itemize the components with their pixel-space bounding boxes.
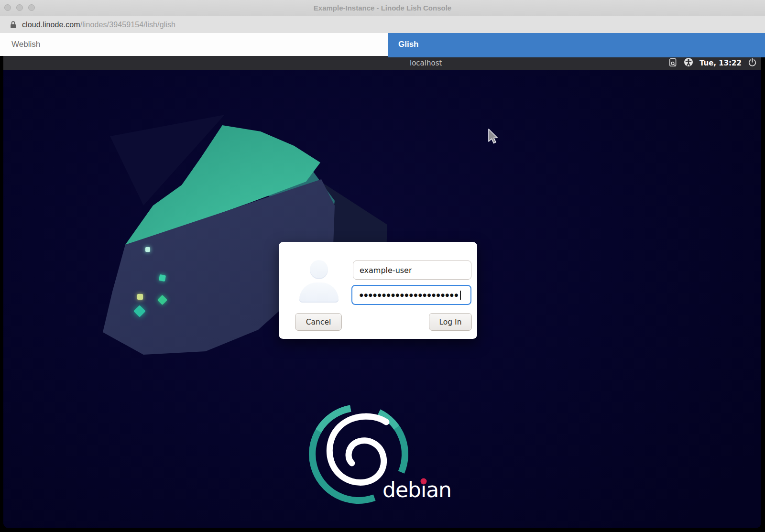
debian-red-dot	[421, 478, 427, 485]
user-avatar	[299, 260, 339, 305]
top-bar-status-area: Tue, 13:22	[668, 56, 757, 70]
window-title: Example-Instance - Linode Lish Console	[0, 0, 765, 16]
username-input[interactable]: example-user	[353, 261, 471, 280]
password-input[interactable]: ●●●●●●●●●●●●●●●●●●●●●●	[351, 285, 471, 305]
tab-weblish[interactable]: Weblish	[0, 33, 387, 56]
debian-wordmark: debian	[382, 478, 451, 502]
console-tab-bar: Weblish Glish	[0, 33, 765, 56]
avatar-head	[310, 260, 328, 279]
glish-console-area: localhost	[0, 56, 765, 532]
power-icon[interactable]	[748, 58, 757, 69]
debian-logo: debian	[306, 404, 459, 518]
browser-address-bar[interactable]: cloud.linode.com/linodes/39459154/lish/g…	[0, 16, 765, 33]
desktop: example-user ●●●●●●●●●●●●●●●●●●●●●● Canc…	[3, 70, 761, 528]
minimize-window-button[interactable]	[16, 4, 23, 11]
wallpaper-particle	[137, 294, 143, 300]
url-text[interactable]: cloud.linode.com/linodes/39459154/lish/g…	[22, 21, 175, 29]
screen-share-icon[interactable]	[668, 58, 678, 69]
window-titlebar: Example-Instance - Linode Lish Console	[0, 0, 765, 16]
clock-label[interactable]: Tue, 13:22	[699, 59, 742, 67]
password-dots: ●●●●●●●●●●●●●●●●●●●●●●	[360, 293, 459, 297]
url-path: /linodes/39459154/lish/glish	[80, 21, 175, 29]
remote-screen: localhost	[3, 56, 761, 528]
url-domain: cloud.linode.com	[22, 21, 80, 29]
tab-glish[interactable]: Glish	[388, 33, 765, 57]
avatar-body	[299, 282, 339, 303]
close-window-button[interactable]	[4, 4, 11, 11]
text-caret	[460, 291, 461, 300]
traffic-lights	[4, 4, 35, 11]
cancel-button[interactable]: Cancel	[295, 313, 342, 331]
log-in-button[interactable]: Log In	[429, 313, 472, 331]
wallpaper-particle	[159, 274, 166, 282]
lock-icon[interactable]	[10, 21, 17, 29]
mouse-cursor	[488, 129, 499, 147]
gnome-top-bar: localhost	[3, 56, 761, 70]
login-dialog: example-user ●●●●●●●●●●●●●●●●●●●●●● Canc…	[279, 242, 477, 339]
debian-swirl	[329, 416, 386, 482]
wallpaper-particle	[145, 247, 150, 252]
zoom-window-button[interactable]	[28, 4, 35, 11]
hostname-label: localhost	[410, 56, 442, 70]
accessibility-icon[interactable]	[684, 57, 693, 69]
